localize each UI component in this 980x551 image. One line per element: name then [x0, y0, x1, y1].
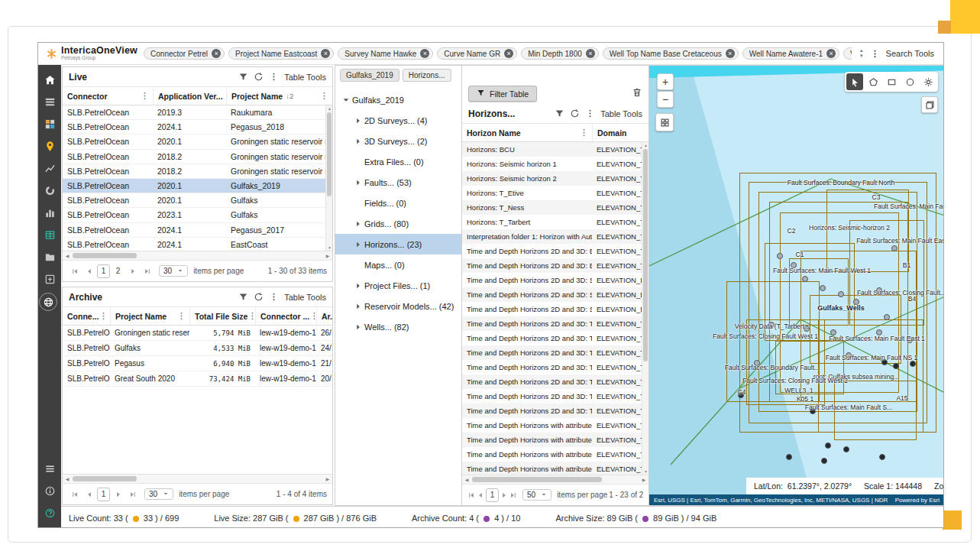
archive-page-number[interactable]: 1 — [97, 488, 110, 501]
column-header[interactable]: Conne... — [63, 307, 110, 325]
zoom-out-button[interactable]: − — [657, 91, 674, 108]
archive-filter-icon[interactable] — [238, 292, 248, 302]
tree-item[interactable]: Grids... (80) — [335, 213, 461, 234]
archive-first-page-button[interactable] — [68, 488, 81, 501]
nav-tables[interactable] — [39, 224, 60, 246]
chevron-right-icon[interactable] — [352, 241, 364, 248]
chevron-right-icon[interactable] — [352, 323, 364, 331]
live-vertical-scrollbar[interactable]: ▲ ▼ — [325, 105, 332, 251]
chip-close-icon[interactable]: × — [826, 49, 836, 58]
archive-table-tools-label[interactable]: Table Tools — [284, 293, 326, 302]
column-header[interactable]: Ar... — [316, 307, 332, 325]
column-menu-icon[interactable] — [140, 91, 150, 101]
nav-home[interactable] — [39, 69, 60, 91]
archive-next-page-button[interactable] — [112, 488, 125, 501]
horizon-row[interactable]: Time and Depth Horizons 2D and 3D: T_Tar… — [462, 404, 648, 418]
horizons-first-page-button[interactable] — [467, 488, 475, 501]
column-header[interactable]: Connector ... — [255, 307, 316, 325]
archive-row[interactable]: SLB.PetrelOceanGreat South 202073,424 Mi… — [63, 371, 332, 387]
column-menu-icon[interactable] — [176, 311, 186, 321]
filter-chip[interactable]: Project Name Eastcoast× — [228, 47, 334, 60]
live-last-page-button[interactable] — [141, 264, 154, 277]
horizon-row[interactable]: Time and Depth Horizons with attributes:… — [462, 447, 648, 462]
horizons-table-tools-menu-icon[interactable] — [585, 109, 595, 118]
live-horizontal-scrollbar[interactable]: ◀ ▶ — [63, 251, 332, 260]
horizons-refresh-icon[interactable] — [570, 109, 580, 118]
horizon-row[interactable]: Interpretation folder 1: Horizon with Au… — [462, 229, 648, 244]
horizons-next-page-button[interactable] — [500, 488, 508, 501]
horizons-last-page-button[interactable] — [509, 488, 517, 501]
live-row[interactable]: SLB.PetrelOcean2018.2Groningen static re… — [63, 150, 332, 164]
search-tools-menu-icon[interactable] — [870, 49, 880, 59]
filter-chip[interactable]: Curve Name GR× — [437, 47, 517, 60]
horizon-row[interactable]: Time and Depth Horizons 2D and 3D: T_Eti… — [462, 331, 648, 345]
live-row[interactable]: SLB.PetrelOcean2020.1Groningen static re… — [63, 135, 332, 149]
layers-button[interactable] — [921, 96, 938, 113]
clear-filter-trash-icon[interactable] — [632, 87, 642, 101]
tree-item[interactable]: Extra Files... (0) — [335, 151, 461, 172]
live-next-page-button[interactable] — [126, 264, 139, 277]
archive-row[interactable]: SLB.PetrelOceanGroningen static reservoi… — [63, 326, 332, 341]
nav-info[interactable] — [39, 480, 60, 502]
chip-close-icon[interactable]: × — [420, 49, 429, 58]
live-table-tools-menu-icon[interactable] — [269, 72, 279, 82]
live-row[interactable]: SLB.PetrelOcean2023.1Gulfaks — [63, 208, 332, 222]
tree-item[interactable]: Project Files... (1) — [335, 275, 461, 296]
nav-add[interactable] — [39, 268, 60, 290]
horizons-table-tools-label[interactable]: Table Tools — [600, 109, 642, 118]
nav-locations[interactable] — [39, 135, 60, 157]
horizon-row[interactable]: Time and Depth Horizons 2D and 3D: Seabe… — [462, 302, 648, 316]
column-menu-icon[interactable] — [99, 311, 108, 321]
tree-item[interactable]: Horizons... (23) — [335, 234, 461, 254]
chip-close-icon[interactable]: × — [504, 49, 513, 58]
tree-item[interactable]: 2D Surveys... (4) — [335, 110, 461, 131]
horizon-row[interactable]: Time and Depth Horizons 2D and 3D: T_Eti… — [462, 316, 648, 331]
column-menu-icon[interactable] — [319, 91, 329, 101]
column-header[interactable]: Horizon Name — [462, 124, 592, 141]
column-menu-icon[interactable] — [247, 311, 255, 321]
live-filter-icon[interactable] — [238, 72, 248, 82]
horizons-page-number[interactable]: 1 — [486, 488, 499, 502]
chip-close-icon[interactable]: × — [726, 49, 735, 58]
chip-close-icon[interactable]: × — [212, 49, 221, 58]
column-header[interactable]: Domain — [592, 124, 648, 141]
filter-table-button[interactable]: Filter Table — [468, 86, 537, 102]
live-page-size-select[interactable]: 30 — [159, 265, 188, 277]
live-refresh-icon[interactable] — [254, 72, 264, 82]
chip-close-icon[interactable]: × — [586, 49, 595, 58]
search-tools-label[interactable]: Search Tools — [886, 49, 934, 58]
chevron-right-icon[interactable] — [352, 179, 364, 186]
live-previous-page-button[interactable] — [82, 264, 95, 277]
tree-item[interactable]: Fields... (0) — [335, 193, 461, 213]
nav-files[interactable] — [39, 246, 60, 268]
chevron-right-icon[interactable] — [352, 138, 364, 145]
column-menu-icon[interactable] — [309, 311, 316, 321]
tree-tab[interactable]: Gulfaks_2019 — [340, 69, 399, 82]
filter-chip[interactable]: Min Depth 1800× — [521, 47, 599, 60]
filter-chip[interactable]: Well Name Awatere-1× — [742, 47, 839, 60]
zoom-in-button[interactable]: + — [657, 73, 674, 90]
horizon-row[interactable]: Time and Depth Horizons 2D and 3D: BCU_2… — [462, 258, 648, 273]
archive-previous-page-button[interactable] — [82, 488, 95, 501]
column-menu-icon[interactable] — [579, 128, 589, 138]
live-row[interactable]: SLB.PetrelOcean2018.2Groningen static re… — [63, 164, 332, 179]
chevron-right-icon[interactable] — [352, 220, 364, 228]
nav-trends[interactable] — [39, 157, 60, 180]
nav-map[interactable] — [39, 293, 57, 311]
horizons-vertical-scrollbar[interactable]: ▲ ▼ — [642, 142, 648, 475]
horizon-row[interactable]: Time and Depth Horizons 2D and 3D: T_Nes… — [462, 345, 648, 360]
nav-live-data[interactable] — [39, 91, 60, 113]
archive-last-page-button[interactable] — [126, 488, 139, 501]
basemap-gallery-button[interactable] — [655, 113, 674, 131]
live-page-number[interactable]: 2 — [112, 264, 125, 278]
archive-horizontal-scrollbar[interactable]: ◀ ▶ — [63, 474, 332, 483]
horizon-row[interactable]: Time and Depth Horizons 2D and 3D: T_Tar… — [462, 374, 648, 389]
archive-row[interactable]: SLB.PetrelOceanPegasus6,940 MiBlew-w19-d… — [63, 356, 332, 371]
live-row[interactable]: SLB.PetrelOcean2024.1Pegasus_2018 — [63, 120, 332, 135]
live-row[interactable]: SLB.PetrelOcean2019.3Raukumara — [63, 105, 332, 120]
chevron-right-icon[interactable] — [352, 303, 364, 310]
horizons-page-size-select[interactable]: 50 — [522, 489, 551, 501]
column-header[interactable]: Application Ver... — [153, 87, 226, 105]
filter-chip[interactable]: Value Western Challenger× — [843, 47, 852, 60]
horizon-row[interactable]: Time and Depth Horizons 2D and 3D: Seabe… — [462, 273, 648, 287]
